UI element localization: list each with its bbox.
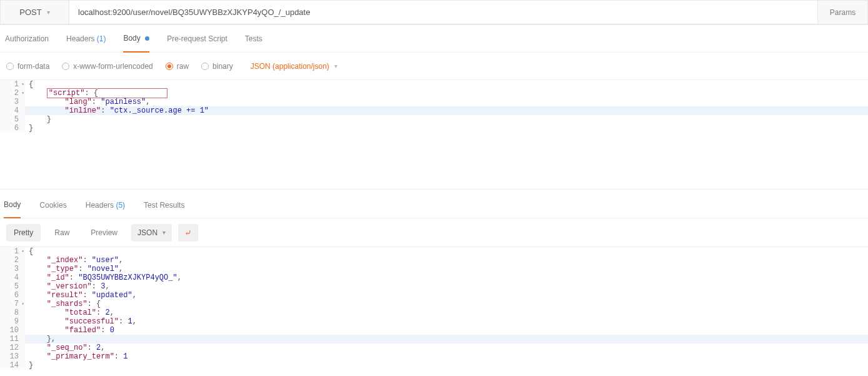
unsaved-indicator-icon — [145, 36, 149, 41]
gutter: 8 — [0, 308, 25, 317]
gutter: 14 — [0, 361, 25, 370]
chevron-down-icon: ▾ — [162, 229, 166, 236]
tab-body-label: Body — [123, 34, 140, 43]
gutter: 2 — [0, 256, 25, 265]
radio-urlencoded[interactable]: x-www-form-urlencoded — [62, 62, 152, 71]
request-body-editor[interactable]: 1{ 2 "script": { 3 "lang": "painless", 4… — [0, 80, 868, 190]
response-body-editor[interactable]: 1{ 2 "_index": "user", 3 "_type": "novel… — [0, 247, 868, 370]
radio-binary-label: binary — [212, 62, 233, 71]
content-type-select[interactable]: JSON (application/json) ▾ — [251, 62, 337, 71]
radio-icon — [166, 63, 173, 70]
tab-body[interactable]: Body — [123, 25, 149, 53]
body-type-row: form-data x-www-form-urlencoded raw bina… — [0, 53, 868, 80]
gutter: 3 — [0, 265, 25, 273]
tab-authorization[interactable]: Authorization — [5, 26, 49, 52]
gutter: 9 — [0, 317, 25, 326]
gutter: 6 — [0, 291, 25, 300]
gutter: 4 — [0, 273, 25, 282]
radio-urlencoded-label: x-www-form-urlencoded — [73, 62, 152, 71]
url-input[interactable] — [69, 0, 818, 24]
response-tabs: Body Cookies Headers (5) Test Results — [0, 192, 868, 218]
gutter: 3 — [0, 98, 25, 106]
response-format-select[interactable]: JSON ▾ — [131, 224, 172, 241]
tab-tests[interactable]: Tests — [245, 26, 262, 52]
gutter: 2 — [0, 89, 25, 98]
rtab-headers-label: Headers — [86, 201, 114, 210]
content-type-label: JSON (application/json) — [251, 62, 329, 71]
params-button[interactable]: Params — [818, 0, 868, 24]
rtab-headers[interactable]: Headers (5) — [86, 193, 125, 218]
gutter: 13 — [0, 352, 25, 361]
gutter: 5 — [0, 115, 25, 124]
rtab-headers-count: (5) — [116, 201, 125, 210]
request-bar: POST ▾ Params — [0, 0, 868, 25]
view-preview-button[interactable]: Preview — [83, 224, 125, 241]
tab-headers[interactable]: Headers (1) — [66, 26, 106, 52]
radio-formdata[interactable]: form-data — [6, 62, 49, 71]
radio-binary[interactable]: binary — [201, 62, 233, 71]
radio-raw[interactable]: raw — [166, 62, 189, 71]
view-pretty-button[interactable]: Pretty — [6, 224, 41, 241]
gutter: 10 — [0, 326, 25, 335]
gutter: 12 — [0, 343, 25, 352]
gutter: 7 — [0, 300, 25, 308]
rtab-body[interactable]: Body — [4, 192, 21, 218]
http-method-label: POST — [19, 8, 41, 17]
radio-icon — [6, 63, 14, 70]
tab-prerequest[interactable]: Pre-request Script — [167, 26, 227, 52]
wrap-icon: ⤶ — [184, 228, 192, 238]
chevron-down-icon: ▾ — [47, 9, 50, 16]
rtab-cookies[interactable]: Cookies — [39, 193, 66, 218]
tab-headers-count: (1) — [97, 34, 106, 43]
gutter: 6 — [0, 124, 25, 133]
gutter: 1 — [0, 247, 25, 256]
wrap-lines-button[interactable]: ⤶ — [178, 224, 198, 241]
http-method-select[interactable]: POST ▾ — [0, 0, 69, 24]
chevron-down-icon: ▾ — [334, 63, 337, 69]
radio-raw-label: raw — [177, 62, 189, 71]
radio-formdata-label: form-data — [17, 62, 49, 71]
rtab-testresults[interactable]: Test Results — [144, 193, 184, 218]
response-view-row: Pretty Raw Preview JSON ▾ ⤶ — [0, 218, 868, 247]
gutter: 5 — [0, 282, 25, 291]
request-tabs: Authorization Headers (1) Body Pre-reque… — [0, 25, 868, 53]
tab-headers-label: Headers — [66, 34, 94, 43]
gutter: 4 — [0, 106, 25, 115]
radio-icon — [62, 63, 69, 70]
gutter: 1 — [0, 80, 25, 89]
gutter: 11 — [0, 335, 25, 343]
response-format-label: JSON — [137, 228, 157, 237]
highlight-box: "script": { — [47, 88, 167, 98]
radio-icon — [201, 63, 209, 70]
view-raw-button[interactable]: Raw — [47, 224, 77, 241]
